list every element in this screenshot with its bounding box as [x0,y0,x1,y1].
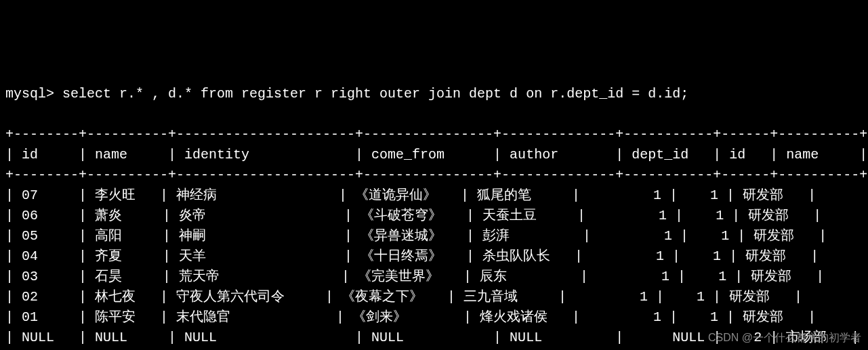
table-row: | 03 | 石昊 | 荒天帝 | 《完美世界》 | 辰东 | 1 | 1 | … [5,267,863,287]
watermark: CSDN @一个什么都学的初学者 [708,330,861,346]
sql-query: select r.* , d.* from register r right o… [62,86,688,102]
table-row: | 01 | 陈平安 | 末代隐官 | 《剑来》 | 烽火戏诸侯 | 1 | 1… [5,307,863,328]
prompt-prefix: mysql> [5,86,62,102]
table-row: | 04 | 齐夏 | 天羊 | 《十日终焉》 | 杀虫队队长 | 1 | 1 … [5,246,863,267]
table-border-mid: +--------+----------+-------------------… [5,165,863,185]
table-row: | 02 | 林七夜 | 守夜人第六代司令 | 《夜幕之下》 | 三九音域 | … [5,287,863,307]
table-header-row: | id | name | identity | come_from | aut… [5,145,863,165]
table-row: | 06 | 萧炎 | 炎帝 | 《斗破苍穹》 | 天蚕土豆 | 1 | 1 |… [5,206,863,226]
result-table: +--------+----------+-------------------… [5,125,863,350]
table-row: | 07 | 李火旺 | 神经病 | 《道诡异仙》 | 狐尾的笔 | 1 | 1… [5,185,863,206]
table-border-top: +--------+----------+-------------------… [5,125,863,145]
mysql-prompt-line: mysql> select r.* , d.* from register r … [5,84,863,104]
table-row: | 05 | 高阳 | 神嗣 | 《异兽迷城》 | 彭湃 | 1 | 1 | 研… [5,226,863,246]
